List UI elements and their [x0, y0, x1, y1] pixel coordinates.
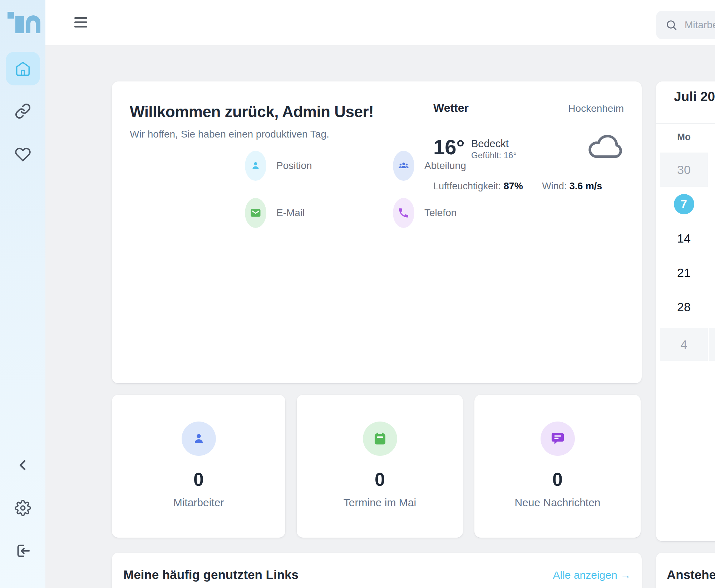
stat-card-employees[interactable]: 0 Mitarbeiter — [112, 395, 285, 538]
humidity-value: 87% — [504, 181, 523, 191]
stat-card-messages[interactable]: 0 Neue Nachrichten — [474, 395, 641, 538]
calendar-day-cell[interactable]: 14 — [660, 221, 708, 255]
messages-label: Neue Nachrichten — [514, 497, 600, 509]
profile-info-phone: Telefon — [393, 198, 457, 228]
link-icon — [15, 103, 31, 119]
sidebar-item-settings[interactable] — [6, 491, 40, 525]
top-header — [45, 0, 715, 45]
calendar-month-title: Juli 2025 — [674, 89, 715, 104]
chat-icon — [541, 422, 575, 456]
sidebar-item-links[interactable] — [6, 94, 40, 128]
wind-label: Wind: — [542, 181, 567, 191]
calendar-weekday-header: Mo — [660, 131, 708, 143]
calendar-day-cell[interactable]: 4 — [660, 328, 708, 361]
in-monogram-icon — [8, 12, 40, 33]
sidebar-item-favorites[interactable] — [6, 137, 40, 171]
calendar-icon — [363, 422, 397, 456]
calendar-day-cell[interactable]: 21 — [660, 255, 708, 290]
welcome-title: Willkommen zurück, Admin User! — [130, 103, 374, 121]
profile-info-position: Position — [245, 151, 312, 181]
department-label: Abteilung — [424, 160, 466, 171]
welcome-subtitle: Wir hoffen, Sie haben einen produktiven … — [130, 129, 329, 140]
frequent-links-title: Meine häufig genutzten Links — [123, 568, 299, 582]
appointments-count: 0 — [375, 470, 385, 489]
dashboard-screen: Willkommen zurück, Admin User! Wir hoffe… — [0, 0, 715, 588]
employees-label: Mitarbeiter — [173, 497, 224, 509]
weather-feels-like: Gefühlt: 16° — [471, 150, 517, 160]
sidebar-collapse-button[interactable] — [6, 448, 40, 482]
user-icon — [182, 422, 216, 456]
weather-title: Wetter — [433, 101, 469, 115]
sidebar-logout-button[interactable] — [6, 534, 40, 568]
employees-count: 0 — [193, 470, 204, 489]
calendar-day-cell[interactable]: 28 — [660, 290, 708, 324]
phone-icon — [393, 198, 414, 228]
welcome-card: Willkommen zurück, Admin User! Wir hoffe… — [112, 81, 642, 383]
cloud-icon — [586, 133, 624, 160]
messages-count: 0 — [552, 470, 563, 489]
mail-icon — [245, 198, 266, 228]
divider — [656, 123, 715, 124]
app-logo[interactable] — [8, 12, 40, 33]
appointments-label: Termine im Mai — [344, 497, 416, 509]
selected-day-badge: 7 — [674, 194, 694, 214]
humidity-label: Luftfeuchtigkeit: — [433, 181, 501, 191]
gear-icon — [15, 500, 31, 516]
phone-label: Telefon — [424, 207, 457, 219]
weather-condition: Bedeckt — [471, 138, 509, 150]
search-input[interactable] — [684, 19, 715, 31]
calendar-card: Juli 2025 Mo 30 7 14 21 28 4 — [656, 81, 715, 541]
weather-details-row: Luftfeuchtigkeit: 87% Wind: 3.6 m/s — [433, 181, 602, 192]
user-icon — [245, 151, 266, 181]
wind-value: 3.6 m/s — [569, 181, 602, 191]
weather-temperature: 16° — [433, 135, 465, 159]
upcoming-card: Anstehende Termine — [656, 553, 715, 588]
sidebar-item-home[interactable] — [6, 52, 40, 85]
email-label: E-Mail — [276, 207, 305, 219]
search-box[interactable] — [656, 11, 715, 39]
weather-location: Hockenheim — [568, 103, 624, 114]
heart-icon — [15, 146, 31, 162]
logout-icon — [15, 543, 31, 559]
position-label: Position — [276, 160, 312, 171]
search-icon — [665, 19, 677, 31]
calendar-day-cell-partial[interactable] — [709, 328, 715, 361]
calendar-day-cell[interactable]: 30 — [660, 153, 708, 187]
profile-info-email: E-Mail — [245, 198, 305, 228]
home-icon — [15, 60, 31, 77]
upcoming-title: Anstehende Termine — [667, 568, 715, 582]
stat-card-appointments[interactable]: 0 Termine im Mai — [297, 395, 463, 538]
hamburger-icon — [74, 17, 87, 19]
show-all-link[interactable]: Alle anzeigen → — [553, 569, 631, 581]
calendar-day-cell-selected[interactable]: 7 — [660, 187, 708, 221]
menu-toggle-button[interactable] — [71, 12, 91, 32]
frequent-links-card: Meine häufig genutzten Links Alle anzeig… — [112, 553, 642, 588]
chevron-left-icon — [15, 457, 31, 473]
sidebar — [0, 0, 45, 588]
users-icon — [393, 151, 414, 181]
